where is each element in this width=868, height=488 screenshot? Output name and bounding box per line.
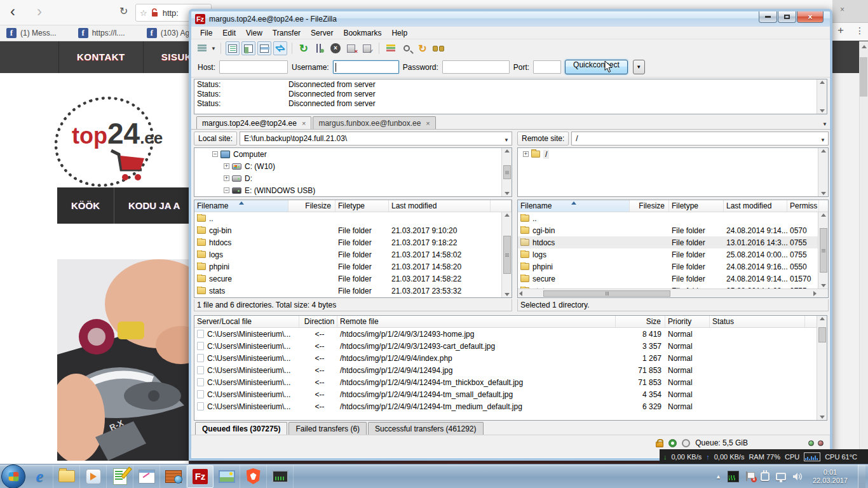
power-plug-icon[interactable] — [761, 472, 770, 481]
column-status[interactable]: Status — [710, 316, 805, 327]
queue-row[interactable]: C:\Users\Ministeerium\...<--/htdocs/img/… — [194, 340, 827, 352]
file-search-icon[interactable] — [431, 41, 445, 55]
maximize-button[interactable] — [778, 11, 796, 23]
queue-row[interactable]: C:\Users\Ministeerium\...<--/htdocs/img/… — [194, 352, 827, 364]
column-permissions[interactable]: Permiss — [787, 200, 819, 212]
window-titlebar[interactable]: Fz margus.top24.ee@top24.ee - FileZilla … — [191, 11, 830, 27]
tab-failed-transfers[interactable]: Failed transfers (6) — [288, 422, 367, 435]
column-direction[interactable]: Direction — [299, 316, 337, 327]
expand-icon[interactable]: + — [224, 163, 229, 169]
column-modified[interactable]: Last modified — [724, 200, 787, 212]
column-filetype[interactable]: Filetype — [336, 200, 389, 212]
quickconnect-dropdown[interactable]: ▼ — [633, 60, 645, 74]
browser-forward-icon[interactable]: › — [37, 1, 42, 22]
show-desktop-button[interactable] — [858, 464, 865, 488]
column-modified[interactable]: Last modified — [389, 200, 491, 212]
column-server-local-file[interactable]: Server/Local file — [194, 316, 299, 327]
table-row[interactable]: htdocstest.txt4Text Document21.03.2017 9… — [194, 297, 512, 297]
table-row[interactable]: logsFile folder25.08.2014 0:00...0755 — [518, 248, 828, 261]
column-filesize[interactable]: Filesize — [630, 200, 669, 212]
table-row[interactable]: phpiniFile folder24.08.2014 9:16...0550 — [518, 261, 828, 273]
table-row[interactable]: .. — [518, 212, 828, 224]
table-row[interactable]: cgi-binFile folder21.03.2017 9:10:20 — [194, 224, 512, 236]
tab-close-icon[interactable]: × — [302, 119, 306, 127]
remote-list-hscrollbar[interactable] — [518, 288, 828, 297]
taskbar-internet-explorer[interactable]: e — [27, 465, 53, 488]
tab-top24[interactable]: margus.top24.ee@top24.ee× — [196, 116, 311, 129]
table-row[interactable]: statsFile folder21.03.2017 23:53:32 — [194, 285, 512, 297]
port-input[interactable] — [533, 60, 561, 74]
browser-menu-icon[interactable]: ⋮ — [855, 25, 864, 36]
taskbar-media-player[interactable] — [80, 465, 107, 488]
column-priority[interactable]: Priority — [665, 316, 710, 327]
table-row[interactable]: secureFile folder24.08.2014 9:14...01570 — [518, 273, 828, 285]
refresh-icon[interactable]: ↻ — [297, 41, 311, 55]
network-icon[interactable] — [776, 473, 786, 480]
tab-queued-files[interactable]: Queued files (307275) — [195, 422, 287, 435]
directory-listing-refresh-icon[interactable]: ↻ — [416, 41, 430, 55]
table-row[interactable]: htdocsFile folder21.03.2017 9:18:22 — [194, 236, 512, 248]
taskbar-image-viewer[interactable] — [214, 465, 240, 488]
queue-row[interactable]: C:\Users\Ministeerium\...<--/htdocs/img/… — [194, 364, 827, 376]
expand-icon[interactable]: + — [523, 151, 529, 157]
combo-dropdown-icon[interactable]: ▼ — [504, 137, 509, 143]
action-center-flag-icon[interactable]: × — [745, 471, 754, 481]
local-list-scrollbar[interactable] — [501, 212, 512, 297]
remote-site-combo[interactable]: /▼ — [571, 132, 829, 146]
menu-help[interactable]: Help — [386, 29, 412, 37]
toggle-queue-icon[interactable] — [273, 41, 287, 55]
table-row-selected[interactable]: htdocsFile folder13.01.2016 14:3...0755 — [518, 236, 828, 248]
remote-tree-scrollbar[interactable] — [818, 148, 828, 196]
tree-item-c-drive[interactable]: +C: (W10) — [194, 160, 512, 172]
speaker-icon[interactable] — [792, 472, 803, 481]
tree-item-root[interactable]: +/ — [518, 148, 828, 160]
log-scrollbar[interactable] — [817, 79, 827, 114]
reconnect-icon[interactable]: ✓ — [360, 41, 374, 55]
toggle-log-icon[interactable] — [226, 41, 240, 55]
tree-item-e-drive[interactable]: −E: (WINDOWS USB) — [194, 184, 512, 196]
menu-file[interactable]: File — [195, 29, 217, 37]
toggle-local-tree-icon[interactable] — [241, 41, 255, 55]
bookmark-star-icon[interactable]: ☆ — [140, 8, 147, 18]
host-input[interactable] — [219, 60, 288, 74]
taskbar-firewall[interactable] — [160, 465, 187, 488]
tab-close-icon[interactable]: × — [426, 119, 430, 127]
taskbar-clock[interactable]: 0:0122.03.2017 — [809, 468, 851, 485]
taskbar-filezilla-active[interactable]: Fz — [187, 465, 214, 488]
tab-funbox[interactable]: margus.funbox.ee@funbox.ee× — [313, 116, 435, 129]
column-size[interactable]: Size — [616, 316, 665, 327]
site-manager-icon[interactable] — [195, 41, 209, 55]
remote-list-scrollbar[interactable] — [818, 212, 828, 288]
taskbar-notepad-plus[interactable] — [107, 465, 133, 488]
disconnect-icon[interactable]: × — [344, 41, 358, 55]
column-filetype[interactable]: Filetype — [669, 200, 724, 212]
tab-list-dropdown-icon[interactable]: ▼ — [822, 121, 827, 127]
toggle-remote-tree-icon[interactable] — [257, 41, 271, 55]
synchronized-browsing-icon[interactable] — [400, 41, 414, 55]
nav-item-kontakt[interactable]: KONTAKT — [58, 41, 144, 73]
bookmark-item[interactable]: fhttps://l.... — [78, 28, 125, 38]
table-row[interactable]: phpiniFile folder21.03.2017 14:58:20 — [194, 261, 512, 273]
bookmark-item[interactable]: f(1) Mess... — [6, 28, 57, 38]
menu-item-kook[interactable]: KÖÖK — [57, 187, 114, 224]
tree-item-d-drive[interactable]: +D: — [194, 172, 512, 184]
queue-row[interactable]: C:\Users\Ministeerium\...<--/htdocs/img/… — [194, 328, 827, 340]
menu-view[interactable]: View — [241, 29, 268, 37]
column-filesize[interactable]: Filesize — [288, 200, 336, 212]
table-row[interactable]: cgi-binFile folder24.08.2014 9:14...0570 — [518, 224, 828, 236]
queue-row[interactable]: C:\Users\Ministeerium\...<--/htdocs/img/… — [194, 376, 827, 388]
queue-row[interactable]: C:\Users\Ministeerium\...<--/htdocs/img/… — [194, 400, 827, 412]
quickconnect-button[interactable]: Quickconnect — [565, 60, 628, 74]
cancel-icon[interactable]: × — [329, 41, 342, 55]
local-site-combo[interactable]: E:\fun.backup\top24.full.21.03\▼ — [240, 132, 512, 146]
table-row[interactable]: .. — [194, 212, 512, 224]
menu-item-kodu[interactable]: KODU JA A — [114, 187, 189, 224]
tray-graph-icon[interactable] — [728, 471, 739, 482]
menu-transfer[interactable]: Transfer — [268, 29, 306, 37]
process-queue-icon[interactable] — [313, 41, 327, 55]
column-filename[interactable]: Filename — [194, 200, 288, 212]
directory-compare-icon[interactable] — [384, 41, 398, 55]
collapse-icon[interactable]: − — [212, 151, 218, 157]
expand-icon[interactable]: + — [224, 175, 229, 181]
tree-item-computer[interactable]: −Computer — [194, 148, 512, 160]
